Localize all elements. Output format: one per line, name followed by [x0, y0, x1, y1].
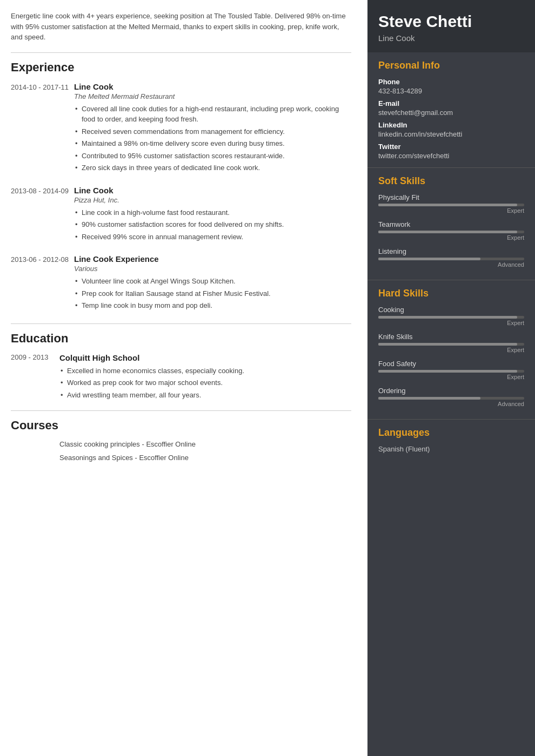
exp-bullet: Volunteer line cook at Angel Wings Soup …: [74, 276, 351, 287]
exp-title: Line Cook Experience: [74, 254, 351, 264]
exp-company: Pizza Hut, Inc.: [74, 196, 351, 204]
skill-name: Food Safety: [378, 360, 524, 368]
languages-section: Languages Spanish (Fluent): [367, 420, 535, 462]
exp-bullets: Line cook in a high-volume fast food res…: [74, 207, 351, 242]
exp-title: Line Cook: [74, 82, 351, 91]
exp-bullet: Line cook in a high-volume fast food res…: [74, 207, 351, 218]
education-container: 2009 - 2013 Colquitt High School Excelle…: [11, 353, 351, 402]
education-entry: 2009 - 2013 Colquitt High School Excelle…: [11, 353, 351, 402]
skill-level: Expert: [378, 347, 524, 353]
right-column: Steve Chetti Line Cook Personal Info Pho…: [367, 0, 535, 756]
twitter-value: twitter.com/stevefchetti: [378, 152, 524, 160]
course-date: [11, 440, 59, 448]
skill-level: Expert: [378, 374, 524, 380]
courses-section-title: Courses: [11, 418, 351, 433]
experience-entry: 2013-08 - 2014-09 Line Cook Pizza Hut, I…: [11, 186, 351, 244]
skill-level: Advanced: [378, 261, 524, 268]
skill-bar-bg: [378, 343, 524, 346]
personal-info-title: Personal Info: [378, 60, 524, 71]
phone-value: 432-813-4289: [378, 87, 524, 95]
skill-bar-fill: [378, 204, 517, 206]
skill-bar-bg: [378, 370, 524, 373]
skill-bar-bg: [378, 231, 524, 233]
course-entry: Classic cooking principles - Escoffier O…: [11, 440, 351, 448]
hard-skill-item: Food Safety Expert: [378, 360, 524, 380]
exp-bullet: Maintained a 98% on-time delivery score …: [74, 138, 351, 149]
course-name: Seasonings and Spices - Escoffier Online: [59, 454, 189, 462]
experience-entry: 2013-06 - 2012-08 Line Cook Experience V…: [11, 254, 351, 313]
skill-bar-fill: [378, 316, 517, 319]
languages-title: Languages: [378, 427, 524, 438]
candidate-name: Steve Chetti: [378, 12, 524, 31]
candidate-job-title: Line Cook: [378, 33, 524, 43]
soft-skills-container: Physically Fit Expert Teamwork Expert Li…: [378, 193, 524, 268]
skill-level: Expert: [378, 320, 524, 326]
exp-bullet: Received 99% score in annual management …: [74, 232, 351, 242]
hard-skill-item: Ordering Advanced: [378, 387, 524, 407]
left-column: Energetic line cook with 4+ years experi…: [0, 0, 367, 756]
personal-info-section: Personal Info Phone 432-813-4289 E-mail …: [367, 52, 535, 167]
soft-skills-section: Soft Skills Physically Fit Expert Teamwo…: [367, 168, 535, 280]
exp-title: Line Cook: [74, 186, 351, 195]
skill-bar-fill: [378, 231, 517, 233]
courses-container: Classic cooking principles - Escoffier O…: [11, 440, 351, 462]
edu-content: Colquitt High School Excelled in home ec…: [59, 353, 351, 402]
linkedin-label: LinkedIn: [378, 121, 524, 129]
email-label: E-mail: [378, 99, 524, 107]
hard-skills-section: Hard Skills Cooking Expert Knife Skills …: [367, 280, 535, 419]
exp-company: Various: [74, 265, 351, 273]
linkedin-value: linkedin.com/in/stevefchetti: [378, 130, 524, 138]
exp-bullet: Temp line cook in busy mom and pop deli.: [74, 300, 351, 311]
hard-skills-container: Cooking Expert Knife Skills Expert Food …: [378, 306, 524, 407]
exp-bullet: Contributed to 95% customer satisfaction…: [74, 151, 351, 161]
edu-bullet: Excelled in home economics classes, espe…: [59, 366, 351, 376]
course-entry: Seasonings and Spices - Escoffier Online: [11, 454, 351, 462]
skill-bar-fill: [378, 343, 517, 346]
section-divider-exp: [11, 52, 351, 53]
skill-name: Listening: [378, 247, 524, 255]
resume-wrapper: Energetic line cook with 4+ years experi…: [0, 0, 535, 756]
hard-skills-title: Hard Skills: [378, 288, 524, 299]
exp-bullet: Covered all line cook duties for a high-…: [74, 104, 351, 125]
exp-date: 2013-08 - 2014-09: [11, 186, 74, 244]
exp-bullet: Prep cook for Italian Sausage stand at F…: [74, 288, 351, 299]
experience-section-title: Experience: [11, 60, 351, 75]
exp-content: Line Cook Experience Various Volunteer l…: [74, 254, 351, 313]
exp-company: The Melted Mermaid Restaurant: [74, 92, 351, 100]
twitter-label: Twitter: [378, 143, 524, 151]
edu-date: 2009 - 2013: [11, 353, 59, 402]
edu-bullet: Worked as prep cook for two major school…: [59, 377, 351, 388]
edu-bullets: Excelled in home economics classes, espe…: [59, 366, 351, 401]
exp-content: Line Cook Pizza Hut, Inc. Line cook in a…: [74, 186, 351, 244]
exp-bullet: 90% customer satisfaction scores for foo…: [74, 219, 351, 230]
hard-skill-item: Knife Skills Expert: [378, 333, 524, 353]
skill-bar-fill: [378, 397, 480, 400]
skill-bar-fill: [378, 370, 517, 373]
skill-name: Teamwork: [378, 220, 524, 228]
soft-skill-item: Physically Fit Expert: [378, 193, 524, 214]
experience-entry: 2014-10 - 2017-11 Line Cook The Melted M…: [11, 82, 351, 175]
exp-bullet: Received seven commendations from manage…: [74, 126, 351, 137]
language-item: Spanish (Fluent): [378, 445, 524, 453]
exp-bullet: Zero sick days in three years of dedicat…: [74, 163, 351, 173]
hard-skill-item: Cooking Expert: [378, 306, 524, 326]
skill-bar-bg: [378, 258, 524, 260]
skill-bar-bg: [378, 316, 524, 319]
exp-date: 2013-06 - 2012-08: [11, 254, 74, 313]
skill-level: Expert: [378, 207, 524, 214]
experience-container: 2014-10 - 2017-11 Line Cook The Melted M…: [11, 82, 351, 313]
exp-content: Line Cook The Melted Mermaid Restaurant …: [74, 82, 351, 175]
skill-bar-bg: [378, 397, 524, 400]
course-date: [11, 454, 59, 462]
section-divider-edu: [11, 323, 351, 324]
soft-skill-item: Listening Advanced: [378, 247, 524, 268]
soft-skills-title: Soft Skills: [378, 176, 524, 187]
summary-text: Energetic line cook with 4+ years experi…: [11, 11, 351, 43]
skill-level: Advanced: [378, 401, 524, 407]
exp-date: 2014-10 - 2017-11: [11, 82, 74, 175]
edu-school: Colquitt High School: [59, 353, 351, 362]
exp-bullets: Covered all line cook duties for a high-…: [74, 104, 351, 173]
edu-bullet: Avid wrestling team member, all four yea…: [59, 390, 351, 401]
exp-bullets: Volunteer line cook at Angel Wings Soup …: [74, 276, 351, 311]
course-name: Classic cooking principles - Escoffier O…: [59, 440, 196, 448]
